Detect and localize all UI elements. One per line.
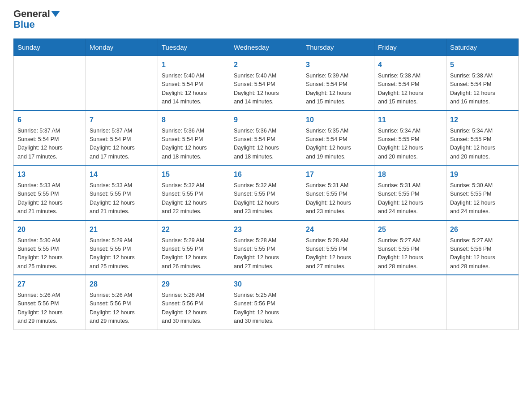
calendar-cell: 4Sunrise: 5:38 AM Sunset: 5:54 PM Daylig… [374, 56, 446, 111]
day-info: Sunrise: 5:36 AM Sunset: 5:54 PM Dayligh… [162, 127, 226, 162]
day-number: 28 [90, 279, 154, 290]
calendar-cell: 14Sunrise: 5:33 AM Sunset: 5:55 PM Dayli… [86, 165, 158, 220]
day-number: 15 [162, 169, 226, 180]
day-info: Sunrise: 5:28 AM Sunset: 5:55 PM Dayligh… [306, 236, 370, 271]
calendar-cell [446, 275, 519, 330]
day-info: Sunrise: 5:32 AM Sunset: 5:55 PM Dayligh… [162, 181, 226, 216]
calendar-cell: 10Sunrise: 5:35 AM Sunset: 5:54 PM Dayli… [302, 111, 374, 166]
calendar-cell: 15Sunrise: 5:32 AM Sunset: 5:55 PM Dayli… [158, 165, 230, 220]
day-info: Sunrise: 5:38 AM Sunset: 5:54 PM Dayligh… [378, 72, 442, 107]
day-number: 8 [162, 115, 226, 125]
day-number: 26 [450, 224, 515, 235]
calendar-cell: 21Sunrise: 5:29 AM Sunset: 5:55 PM Dayli… [86, 220, 158, 275]
day-number: 22 [162, 224, 226, 235]
calendar-cell: 2Sunrise: 5:40 AM Sunset: 5:54 PM Daylig… [230, 56, 302, 111]
weekday-header-monday: Monday [86, 39, 158, 56]
calendar-cell: 6Sunrise: 5:37 AM Sunset: 5:54 PM Daylig… [14, 111, 86, 166]
day-number: 21 [90, 224, 154, 235]
calendar-week-row: 1Sunrise: 5:40 AM Sunset: 5:54 PM Daylig… [14, 56, 519, 111]
calendar-cell: 23Sunrise: 5:28 AM Sunset: 5:55 PM Dayli… [230, 220, 302, 275]
weekday-header-friday: Friday [374, 39, 446, 56]
logo-triangle-icon [51, 11, 60, 17]
calendar-cell [374, 275, 446, 330]
calendar-cell: 1Sunrise: 5:40 AM Sunset: 5:54 PM Daylig… [158, 56, 230, 111]
calendar-cell: 8Sunrise: 5:36 AM Sunset: 5:54 PM Daylig… [158, 111, 230, 166]
calendar-cell: 13Sunrise: 5:33 AM Sunset: 5:55 PM Dayli… [14, 165, 86, 220]
day-info: Sunrise: 5:37 AM Sunset: 5:54 PM Dayligh… [90, 127, 154, 162]
day-info: Sunrise: 5:34 AM Sunset: 5:55 PM Dayligh… [378, 127, 442, 162]
day-info: Sunrise: 5:26 AM Sunset: 5:56 PM Dayligh… [162, 291, 226, 326]
day-info: Sunrise: 5:26 AM Sunset: 5:56 PM Dayligh… [17, 291, 82, 326]
calendar-cell: 17Sunrise: 5:31 AM Sunset: 5:55 PM Dayli… [302, 165, 374, 220]
day-info: Sunrise: 5:29 AM Sunset: 5:55 PM Dayligh… [90, 236, 154, 271]
day-number: 19 [450, 169, 515, 180]
calendar-cell [86, 56, 158, 111]
day-info: Sunrise: 5:34 AM Sunset: 5:55 PM Dayligh… [450, 127, 515, 162]
day-info: Sunrise: 5:26 AM Sunset: 5:56 PM Dayligh… [90, 291, 154, 326]
day-info: Sunrise: 5:33 AM Sunset: 5:55 PM Dayligh… [90, 181, 154, 216]
day-number: 18 [378, 169, 442, 180]
weekday-header-wednesday: Wednesday [230, 39, 302, 56]
day-info: Sunrise: 5:31 AM Sunset: 5:55 PM Dayligh… [306, 181, 370, 216]
weekday-header-saturday: Saturday [446, 39, 519, 56]
calendar-cell [14, 56, 86, 111]
calendar-cell: 20Sunrise: 5:30 AM Sunset: 5:55 PM Dayli… [14, 220, 86, 275]
day-info: Sunrise: 5:29 AM Sunset: 5:55 PM Dayligh… [162, 236, 226, 271]
day-number: 17 [306, 169, 370, 180]
day-info: Sunrise: 5:28 AM Sunset: 5:55 PM Dayligh… [234, 236, 298, 271]
day-number: 13 [17, 169, 82, 180]
day-number: 11 [378, 115, 442, 125]
day-number: 7 [90, 115, 154, 125]
day-number: 20 [17, 224, 82, 235]
calendar-week-row: 13Sunrise: 5:33 AM Sunset: 5:55 PM Dayli… [14, 165, 519, 220]
logo-blue: Blue [13, 19, 35, 30]
day-number: 12 [450, 115, 515, 125]
weekday-header-thursday: Thursday [302, 39, 374, 56]
day-info: Sunrise: 5:32 AM Sunset: 5:55 PM Dayligh… [234, 181, 298, 216]
calendar-cell [302, 275, 374, 330]
day-info: Sunrise: 5:36 AM Sunset: 5:54 PM Dayligh… [234, 127, 298, 162]
calendar-cell: 18Sunrise: 5:31 AM Sunset: 5:55 PM Dayli… [374, 165, 446, 220]
logo-general: General [13, 9, 50, 19]
day-info: Sunrise: 5:35 AM Sunset: 5:54 PM Dayligh… [306, 127, 370, 162]
calendar-cell: 25Sunrise: 5:27 AM Sunset: 5:55 PM Dayli… [374, 220, 446, 275]
calendar-cell: 24Sunrise: 5:28 AM Sunset: 5:55 PM Dayli… [302, 220, 374, 275]
calendar-week-row: 20Sunrise: 5:30 AM Sunset: 5:55 PM Dayli… [14, 220, 519, 275]
calendar-cell: 11Sunrise: 5:34 AM Sunset: 5:55 PM Dayli… [374, 111, 446, 166]
calendar-week-row: 27Sunrise: 5:26 AM Sunset: 5:56 PM Dayli… [14, 275, 519, 330]
day-info: Sunrise: 5:30 AM Sunset: 5:55 PM Dayligh… [17, 236, 82, 271]
logo: General Blue [13, 9, 60, 30]
calendar-cell: 26Sunrise: 5:27 AM Sunset: 5:56 PM Dayli… [446, 220, 519, 275]
day-number: 30 [234, 279, 298, 290]
day-number: 3 [306, 60, 370, 70]
day-number: 10 [306, 115, 370, 125]
calendar-cell: 3Sunrise: 5:39 AM Sunset: 5:54 PM Daylig… [302, 56, 374, 111]
day-number: 4 [378, 60, 442, 70]
calendar-header-row: SundayMondayTuesdayWednesdayThursdayFrid… [14, 39, 519, 56]
day-number: 24 [306, 224, 370, 235]
day-number: 14 [90, 169, 154, 180]
day-number: 2 [234, 60, 298, 70]
day-info: Sunrise: 5:30 AM Sunset: 5:55 PM Dayligh… [450, 181, 515, 216]
weekday-header-tuesday: Tuesday [158, 39, 230, 56]
day-info: Sunrise: 5:40 AM Sunset: 5:54 PM Dayligh… [162, 72, 226, 107]
day-number: 16 [234, 169, 298, 180]
day-number: 1 [162, 60, 226, 70]
calendar-cell: 12Sunrise: 5:34 AM Sunset: 5:55 PM Dayli… [446, 111, 519, 166]
page-header: General Blue [13, 9, 519, 30]
day-number: 9 [234, 115, 298, 125]
day-info: Sunrise: 5:39 AM Sunset: 5:54 PM Dayligh… [306, 72, 370, 107]
day-info: Sunrise: 5:40 AM Sunset: 5:54 PM Dayligh… [234, 72, 298, 107]
day-info: Sunrise: 5:27 AM Sunset: 5:56 PM Dayligh… [450, 236, 515, 271]
day-number: 6 [17, 115, 82, 125]
calendar-cell: 7Sunrise: 5:37 AM Sunset: 5:54 PM Daylig… [86, 111, 158, 166]
calendar-cell: 28Sunrise: 5:26 AM Sunset: 5:56 PM Dayli… [86, 275, 158, 330]
calendar-week-row: 6Sunrise: 5:37 AM Sunset: 5:54 PM Daylig… [14, 111, 519, 166]
calendar-cell: 5Sunrise: 5:38 AM Sunset: 5:54 PM Daylig… [446, 56, 519, 111]
calendar-cell: 9Sunrise: 5:36 AM Sunset: 5:54 PM Daylig… [230, 111, 302, 166]
day-info: Sunrise: 5:33 AM Sunset: 5:55 PM Dayligh… [17, 181, 82, 216]
weekday-header-sunday: Sunday [14, 39, 86, 56]
day-info: Sunrise: 5:27 AM Sunset: 5:55 PM Dayligh… [378, 236, 442, 271]
day-info: Sunrise: 5:38 AM Sunset: 5:54 PM Dayligh… [450, 72, 515, 107]
calendar-cell: 27Sunrise: 5:26 AM Sunset: 5:56 PM Dayli… [14, 275, 86, 330]
